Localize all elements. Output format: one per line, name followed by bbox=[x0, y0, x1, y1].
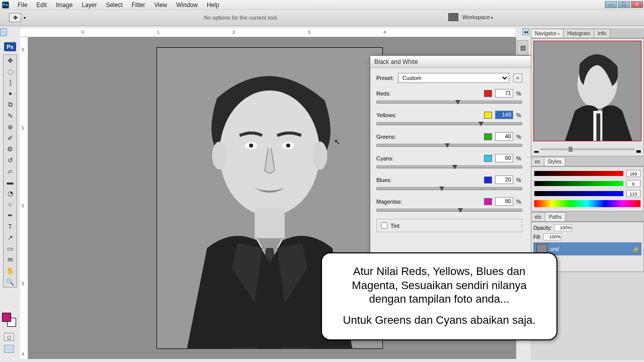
healing-tool-icon[interactable]: ⊕ bbox=[4, 121, 17, 132]
reds-value[interactable]: 71 bbox=[495, 89, 513, 98]
app-logo: Ps bbox=[2, 2, 9, 9]
blur-tool-icon[interactable]: ◔ bbox=[4, 188, 17, 199]
menu-window[interactable]: Window bbox=[172, 0, 202, 10]
opacity-input[interactable] bbox=[554, 224, 572, 231]
slider-magentas: Magentas: 80 % bbox=[376, 197, 522, 212]
slider-cyans: Cyans: 60 % bbox=[376, 154, 522, 168]
cyans-slider[interactable] bbox=[376, 165, 522, 168]
magentas-slider[interactable] bbox=[376, 209, 522, 212]
tint-checkbox[interactable] bbox=[381, 222, 387, 229]
styles-panel-tabs: es Styles bbox=[531, 156, 644, 166]
gradient-tool-icon[interactable]: ▬ bbox=[4, 176, 17, 188]
cyans-value[interactable]: 60 bbox=[495, 154, 513, 162]
panel-well-icon[interactable]: ▤ bbox=[517, 40, 528, 55]
navigator-preview[interactable] bbox=[533, 41, 641, 141]
tool-preset-picker[interactable]: ✥ bbox=[9, 13, 21, 22]
tint-row: Tint bbox=[376, 219, 522, 232]
quickmask-toggle[interactable]: ◻ bbox=[4, 333, 14, 341]
layer-name: und bbox=[550, 246, 559, 252]
move-tool-icon[interactable]: ✥ bbox=[4, 55, 17, 66]
menu-layer[interactable]: Layer bbox=[77, 0, 101, 10]
color-g[interactable]: 6 bbox=[626, 180, 640, 187]
blues-slider[interactable] bbox=[376, 187, 522, 190]
preset-menu-icon[interactable]: ≡ bbox=[513, 73, 522, 82]
greens-value[interactable]: 40 bbox=[495, 132, 513, 141]
callout-line2: Untuk Greens dan Cyans abaikan saja. bbox=[334, 313, 544, 327]
preset-label: Preset: bbox=[376, 75, 394, 81]
navigator-zoom-slider[interactable]: ▂ ▃ bbox=[534, 146, 640, 153]
menu-select[interactable]: Select bbox=[101, 0, 127, 10]
tab-paths[interactable]: Paths bbox=[545, 212, 566, 221]
tab-styles[interactable]: Styles bbox=[544, 157, 566, 166]
hue-strip[interactable] bbox=[534, 200, 640, 207]
menu-help[interactable]: Help bbox=[202, 0, 224, 10]
tab-info[interactable]: Info bbox=[594, 29, 610, 38]
window-minimize[interactable]: — bbox=[605, 1, 617, 8]
stamp-tool-icon[interactable]: ⚙ bbox=[4, 143, 17, 154]
tab-styles-hidden[interactable]: es bbox=[531, 157, 544, 166]
yellows-slider[interactable] bbox=[376, 122, 522, 125]
reds-label: Reds: bbox=[376, 90, 481, 97]
path-tool-icon[interactable]: ↗ bbox=[4, 232, 17, 243]
zoom-in-icon[interactable]: ▃ bbox=[636, 146, 640, 153]
lasso-tool-icon[interactable]: ⟆ bbox=[4, 77, 17, 88]
pct-label: % bbox=[516, 155, 522, 161]
panel-collapse-left[interactable]: ◂◂ bbox=[522, 28, 529, 35]
color-b[interactable]: 110 bbox=[626, 190, 640, 197]
color-panel: 169 6 110 bbox=[531, 166, 644, 212]
brush-tool-icon[interactable]: ✐ bbox=[4, 132, 17, 143]
menu-view[interactable]: View bbox=[149, 0, 172, 10]
doc-tab-handle[interactable] bbox=[0, 28, 7, 36]
svg-point-7 bbox=[286, 143, 290, 147]
preset-select[interactable]: Custom bbox=[398, 73, 509, 83]
greens-label: Greens: bbox=[376, 134, 481, 140]
menu-file[interactable]: File bbox=[13, 0, 32, 10]
window-close[interactable]: ✕ bbox=[631, 1, 643, 8]
zoom-out-icon[interactable]: ▂ bbox=[534, 146, 538, 153]
options-bar: ✥ No options for the current tool. Works… bbox=[0, 10, 644, 26]
foreground-color-swatch[interactable] bbox=[2, 313, 11, 322]
menu-edit[interactable]: Edit bbox=[32, 0, 51, 10]
color-swatches[interactable] bbox=[2, 313, 16, 327]
nav-panel-tabs: Navigator× Histogram Info bbox=[531, 28, 644, 38]
notes-tool-icon[interactable]: ✉ bbox=[4, 254, 17, 265]
zoom-tool-icon[interactable]: 🔍 bbox=[4, 276, 17, 287]
hand-tool-icon[interactable]: ✋ bbox=[4, 265, 17, 276]
eyedropper-tool-icon[interactable]: ✎ bbox=[4, 110, 17, 121]
reds-slider[interactable] bbox=[376, 101, 522, 104]
color-r[interactable]: 169 bbox=[626, 170, 640, 177]
navigator-panel: ▂ ▃ bbox=[531, 38, 644, 156]
cyans-swatch bbox=[484, 155, 492, 162]
screenmode-toggle[interactable] bbox=[4, 345, 14, 353]
instruction-callout: Atur Nilai Reds, Yellows, Blues dan Mage… bbox=[321, 252, 557, 340]
yellows-value[interactable]: 149 bbox=[495, 111, 513, 119]
menu-image[interactable]: Image bbox=[51, 0, 77, 10]
tab-navigator[interactable]: Navigator× bbox=[531, 29, 564, 38]
fill-input[interactable] bbox=[543, 233, 561, 240]
dodge-tool-icon[interactable]: ○ bbox=[4, 199, 17, 210]
tab-histogram[interactable]: Histogram bbox=[563, 29, 594, 38]
crop-tool-icon[interactable]: ⧉ bbox=[4, 99, 17, 110]
menu-filter[interactable]: Filter bbox=[127, 0, 150, 10]
bridge-icon[interactable] bbox=[448, 13, 458, 21]
marquee-tool-icon[interactable]: ◌ bbox=[4, 66, 17, 77]
magentas-value[interactable]: 80 bbox=[495, 197, 513, 206]
slider-greens: Greens: 40 % bbox=[376, 132, 522, 147]
opacity-label: Opacity: bbox=[533, 225, 552, 231]
shape-tool-icon[interactable]: ▭ bbox=[4, 243, 17, 254]
wand-tool-icon[interactable]: ✦ bbox=[4, 88, 17, 99]
history-brush-icon[interactable]: ↺ bbox=[4, 154, 17, 165]
pen-tool-icon[interactable]: ✒ bbox=[4, 210, 17, 221]
tint-label: Tint bbox=[390, 223, 399, 229]
window-restore[interactable]: ☐ bbox=[618, 1, 630, 8]
lock-icon[interactable]: 🔒 bbox=[632, 246, 638, 252]
cyans-label: Cyans: bbox=[376, 155, 481, 161]
blues-value[interactable]: 20 bbox=[495, 175, 513, 184]
eraser-tool-icon[interactable]: ▱ bbox=[4, 165, 17, 176]
workspace-menu[interactable]: Workspace bbox=[462, 14, 493, 20]
type-tool-icon[interactable]: T bbox=[4, 221, 17, 232]
greens-slider[interactable] bbox=[376, 144, 522, 147]
tab-channels-hidden[interactable]: els bbox=[531, 212, 545, 221]
menu-bar: Ps File Edit Image Layer Select Filter V… bbox=[0, 0, 644, 10]
cursor-icon: ↖ bbox=[334, 138, 340, 146]
